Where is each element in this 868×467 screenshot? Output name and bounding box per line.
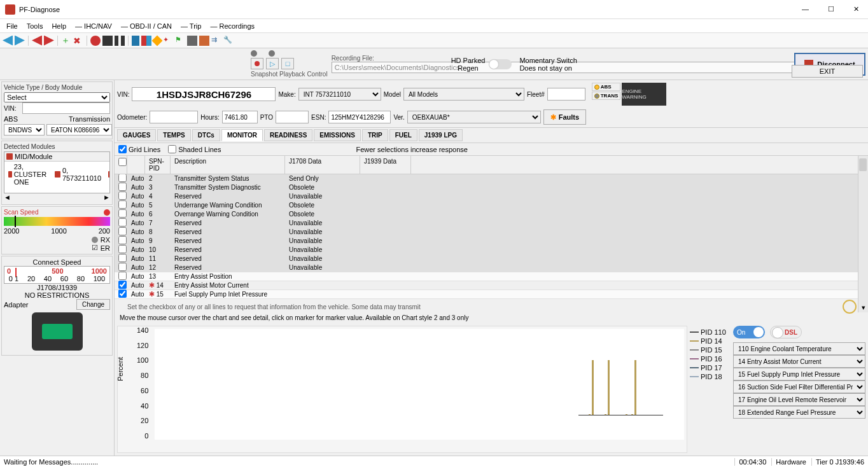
table-row[interactable]: Auto 13 Entry Assist Position: [115, 272, 858, 281]
row-checkbox[interactable]: [118, 245, 127, 253]
module-item[interactable]: 0, 7573211010: [53, 166, 104, 183]
table-row[interactable]: Auto 12 Reserved Unavailable: [115, 263, 858, 272]
table-row[interactable]: Auto 9 Reserved Unavailable: [115, 237, 858, 246]
toolbar-star-icon[interactable]: ✦: [163, 36, 173, 46]
menu-trip[interactable]: — Trip: [177, 21, 205, 31]
toolbar-flag-icon[interactable]: ⚑: [175, 36, 185, 46]
table-row[interactable]: Auto ✱ 15 Fuel Supply Pump Inlet Pressur…: [115, 290, 858, 299]
make-select[interactable]: INT 7573211010: [298, 88, 381, 101]
exit-button[interactable]: EXIT: [792, 65, 863, 78]
row-checkbox[interactable]: [118, 272, 127, 280]
tab-trip[interactable]: TRIP: [362, 129, 388, 141]
table-row[interactable]: Auto ✱ 14 Entry Assist Motor Current: [115, 281, 858, 290]
scroll-down-icon[interactable]: ▾: [858, 302, 868, 312]
table-row[interactable]: Auto 10 Reserved Unavailable: [115, 246, 858, 254]
scroll-left-icon[interactable]: ◄: [4, 193, 11, 201]
rec-stop-button[interactable]: □: [281, 58, 294, 69]
hours-input[interactable]: [222, 111, 258, 123]
toolbar-arrows-icon[interactable]: ⇉: [211, 36, 221, 46]
toolbar-bar-icon[interactable]: [132, 36, 139, 46]
shaded-lines-checkbox[interactable]: Shaded Lines: [168, 145, 221, 153]
pid-select-4[interactable]: 17 Engine Oil Level Remote Reservoir: [733, 393, 865, 406]
module-item[interactable]: 33, BODY CONTROLLER BCM: [106, 162, 110, 186]
tab-readiness[interactable]: READINESS: [264, 129, 312, 141]
toolbar-record-icon[interactable]: [90, 36, 101, 46]
toolbar-sm2-icon[interactable]: [199, 36, 209, 46]
rec-record-button[interactable]: [251, 58, 263, 69]
menu-ihcnav[interactable]: — IHC/NAV: [71, 21, 116, 31]
toolbar-stop-icon[interactable]: [102, 36, 113, 46]
table-row[interactable]: Auto 8 Reserved Unavailable: [115, 228, 858, 237]
tab-dtcs[interactable]: DTCs: [192, 129, 220, 141]
pid-select-2[interactable]: 15 Fuel Supply Pump Inlet Pressure: [733, 368, 865, 380]
change-adapter-button[interactable]: Change: [76, 299, 110, 310]
row-checkbox[interactable]: [118, 254, 127, 262]
maximize-button[interactable]: ☐: [824, 4, 838, 15]
row-checkbox[interactable]: [118, 289, 127, 298]
chart-dsl-toggle[interactable]: DSL: [770, 326, 802, 338]
row-checkbox[interactable]: [118, 192, 127, 200]
table-row[interactable]: Auto 5 Underrange Warning Condition Obso…: [115, 201, 858, 210]
row-checkbox[interactable]: [118, 281, 127, 289]
select-all-checkbox[interactable]: [118, 158, 127, 166]
row-checkbox[interactable]: [118, 218, 127, 227]
row-checkbox[interactable]: [118, 227, 127, 235]
toolbar-back-icon[interactable]: [3, 36, 13, 46]
menu-help[interactable]: Help: [48, 21, 70, 31]
vehicle-type-select[interactable]: Select: [4, 92, 110, 102]
row-checkbox[interactable]: [118, 209, 127, 218]
chart-canvas[interactable]: Percent 140120100806040200: [117, 326, 687, 453]
grid-lines-checkbox[interactable]: Grid Lines: [118, 145, 160, 153]
row-checkbox[interactable]: [118, 236, 127, 244]
menu-tools[interactable]: Tools: [23, 21, 47, 31]
close-button[interactable]: ✕: [850, 4, 863, 15]
menu-obdiican[interactable]: — OBD-II / CAN: [117, 21, 176, 31]
table-row[interactable]: Auto 6 Overrange Warning Condition Obsol…: [115, 210, 858, 219]
module-item[interactable]: 23, CLUSTER ONE: [6, 162, 51, 186]
scroll-right-icon[interactable]: ►: [103, 193, 110, 201]
table-row[interactable]: Auto 7 Reserved Unavailable: [115, 219, 858, 228]
vin-input[interactable]: [132, 87, 276, 101]
odometer-input[interactable]: [150, 111, 198, 123]
row-checkbox[interactable]: [118, 174, 127, 182]
toolbar-x-icon[interactable]: ✖: [73, 36, 83, 46]
chart-on-toggle[interactable]: On: [733, 326, 765, 338]
table-row[interactable]: Auto 4 Reserved Unavailable: [115, 192, 858, 201]
pid-select-3[interactable]: 16 Suction Side Fuel Filter Differential…: [733, 380, 865, 393]
ver-select[interactable]: OEBXAUAB*: [407, 111, 541, 123]
tab-monitor[interactable]: MONITOR: [221, 129, 263, 141]
pid-select-0[interactable]: 110 Engine Coolant Temperature: [733, 342, 865, 355]
monitor-table[interactable]: Auto 2 Transmitter System Status Send On…: [115, 174, 858, 302]
pid-select-1[interactable]: 14 Entry Assist Motor Current: [733, 355, 865, 368]
menu-recordings[interactable]: — Recordings: [206, 21, 258, 31]
tab-emissions[interactable]: EMISSIONS: [314, 129, 361, 141]
toolbar-dual-icon[interactable]: [141, 36, 151, 46]
esn-input[interactable]: [328, 111, 391, 123]
toolbar-forward-icon[interactable]: [15, 36, 25, 46]
table-row[interactable]: Auto 3 Transmitter System Diagnostic Obs…: [115, 183, 858, 192]
vt-vin-input[interactable]: [22, 102, 110, 114]
model-select[interactable]: All Models: [403, 88, 524, 101]
row-checkbox[interactable]: [118, 200, 127, 209]
row-checkbox[interactable]: [118, 183, 127, 191]
menu-file[interactable]: File: [3, 21, 22, 31]
tab-gauges[interactable]: GAUGES: [117, 129, 156, 141]
toolbar-red-back-icon[interactable]: [32, 36, 42, 46]
fleet-input[interactable]: [547, 88, 585, 101]
pid-select-5[interactable]: 18 Extended Range Fuel Pressure: [733, 406, 865, 419]
tab-fuel[interactable]: FUEL: [389, 129, 417, 141]
module-list[interactable]: MID/Module 23, CLUSTER ONE0, 75732110103…: [4, 151, 110, 193]
rec-play-button[interactable]: ▷: [266, 58, 279, 69]
toolbar-wrench-icon[interactable]: 🔧: [223, 36, 234, 46]
tab-temps[interactable]: TEMPS: [157, 129, 190, 141]
toolbar-sm1-icon[interactable]: [187, 36, 197, 46]
pto-input[interactable]: [276, 111, 309, 123]
table-row[interactable]: Auto 11 Reserved Unavailable: [115, 254, 858, 263]
toolbar-red-forward-icon[interactable]: [44, 36, 54, 46]
toolbar-diamond-icon[interactable]: [152, 35, 163, 46]
toolbar-pause-icon[interactable]: [115, 36, 125, 46]
toolbar-plus-icon[interactable]: ＋: [61, 36, 71, 46]
faults-button[interactable]: ✱Faults: [543, 109, 586, 125]
table-row[interactable]: Auto 2 Transmitter System Status Send On…: [115, 174, 858, 183]
tab-j1939lpg[interactable]: J1939 LPG: [419, 129, 463, 141]
